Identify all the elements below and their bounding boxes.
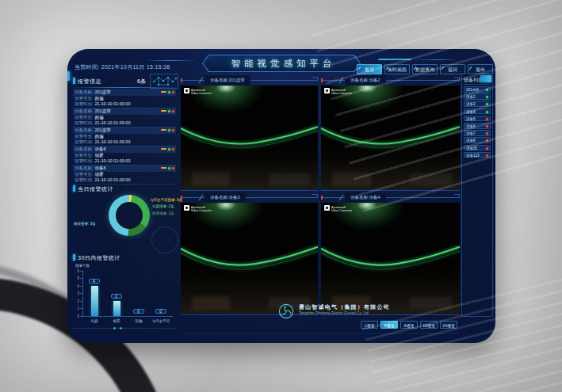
bar-value-badge: 4	[89, 279, 100, 284]
video-feed[interactable]: ApowersoftVideo Converter	[321, 203, 460, 314]
header-deco-line	[147, 60, 196, 61]
device-item[interactable]: 设备7	[464, 130, 491, 136]
online-dot-icon	[168, 110, 170, 112]
video-panel-4[interactable]: 设备名称:设备4 ApowersoftVideo Converter	[321, 192, 460, 315]
channel-9-button[interactable]: 9通道	[400, 321, 418, 329]
desktop-background: 当前时间: 2021年10月11日 15:15:38 智能视觉感知平台 首页 实…	[0, 0, 562, 392]
y-tick: 3	[71, 291, 79, 295]
video-panel-3[interactable]: 设备名称:设备3 ApowersoftVideo Converter	[181, 192, 318, 315]
video-title: 设备名称:201皮带	[205, 75, 250, 86]
device-item[interactable]: 设备3	[464, 101, 491, 107]
device-item[interactable]: 201皮带	[464, 86, 491, 93]
channel-24-button[interactable]: 24通道	[440, 321, 457, 329]
channel-16-button[interactable]: 16通道	[420, 321, 438, 329]
alarm-type-value: 跑偏	[94, 96, 104, 102]
bar-value-badge: 2	[111, 294, 122, 299]
dashboard-window: 当前时间: 2021年10月11日 15:15:38 智能视觉感知平台 首页 实…	[67, 49, 495, 343]
alarm-list-item[interactable]: 设备名称:201皮带 报警类型:跑偏 报警时间:21-10-10 01:00:0…	[73, 89, 176, 108]
watermark-icon	[324, 205, 330, 211]
online-dot-icon	[168, 91, 170, 93]
header-deco-segment	[378, 59, 411, 60]
section-pip	[73, 254, 75, 261]
status-dot-icon	[486, 125, 488, 127]
edge-accent	[67, 71, 70, 81]
device-item[interactable]: 设备6	[464, 123, 491, 129]
status-dot-icon	[486, 132, 488, 135]
alarm-time-label: 报警时间:	[73, 101, 94, 108]
alert-dot-icon	[172, 129, 174, 131]
status-dot-icon	[486, 154, 488, 157]
status-dot-icon	[486, 118, 488, 120]
alarm-level-bar-icon	[161, 91, 166, 93]
watermark: ApowersoftVideo Converter	[184, 88, 220, 97]
video-title: 设备名称:设备3	[205, 192, 246, 203]
y-tick: 4	[71, 284, 79, 288]
company-logo-icon	[278, 303, 294, 319]
alarm-level-bar-icon	[161, 110, 166, 112]
alert-dot-icon	[172, 91, 174, 93]
video-feed[interactable]: ApowersoftVideo Converter	[181, 86, 318, 189]
alarm-list-item[interactable]: 设备名称:设备6 报警类型:烟雾 报警时间:21-10-10 01:00:00	[73, 165, 176, 185]
alarm-level-bar-icon	[161, 167, 166, 169]
alarm-list-item[interactable]: 设备名称:201皮带 报警类型:跑偏 报警时间:21-10-10 01:00:0…	[73, 127, 176, 147]
bar	[91, 286, 98, 316]
video-feed[interactable]: ApowersoftVideo Converter	[321, 86, 460, 189]
bar	[113, 301, 120, 316]
watermark-icon	[184, 88, 189, 93]
status-dot-icon	[486, 96, 488, 98]
alarm-time-value: 21-10-10 01:00:00	[94, 101, 131, 108]
alarm-list-item[interactable]: 设备名称:设备6 报警类型:烟雾 报警时间:21-10-10 01:00:00	[73, 146, 176, 166]
device-item[interactable]: 设备4	[464, 108, 491, 115]
alert-dot-icon	[172, 167, 174, 169]
donut-legend-coal: 堆煤报警: 3条	[74, 222, 96, 226]
alarm-section-title: 报警信息	[78, 78, 101, 86]
monthly-bar-chart: 4 2 0 0	[83, 271, 172, 316]
device-item[interactable]: 设备8	[464, 137, 491, 143]
video-feed[interactable]: ApowersoftVideo Converter	[181, 203, 318, 314]
y-tick: 5	[71, 276, 79, 280]
status-dot-icon	[486, 147, 488, 150]
belt-detection-curve	[181, 86, 318, 189]
alarm-list-item[interactable]: 设备名称:201皮带 报警类型:跑偏 报警时间:21-10-10 01:00:0…	[73, 108, 176, 127]
video-panel-1[interactable]: 设备名称:201皮带 ApowersoftVideo Converter	[181, 75, 318, 191]
device-name-label: 设备名称:	[73, 89, 94, 96]
y-axis-label: 报警个数	[75, 264, 90, 268]
divider	[73, 328, 176, 329]
panel-pip	[181, 78, 182, 82]
watermark-icon	[324, 88, 330, 93]
daily-donut-chart	[109, 195, 150, 236]
monthly-stats-title: 30日内报警统计	[78, 254, 120, 262]
alarm-indicators	[161, 91, 174, 93]
watermark-circle	[151, 226, 178, 253]
status-dot-icon	[486, 89, 488, 91]
video-panel-2[interactable]: 设备名称:设备2 ApowersoftVideo Converter	[321, 75, 460, 191]
nav-live-button[interactable]: 实时画面	[384, 64, 410, 74]
alarm-count-badge: 6条	[137, 78, 146, 86]
channel-1-button[interactable]: 1通道	[361, 321, 378, 329]
device-item[interactable]: 设备5	[464, 116, 491, 122]
belt-detection-curve	[321, 86, 460, 189]
device-search-box[interactable]	[480, 75, 491, 82]
deco-dot	[120, 327, 122, 329]
online-dot-icon	[168, 167, 170, 169]
belt-detection-curve	[321, 203, 460, 314]
device-item[interactable]: 设备123	[464, 152, 491, 158]
video-title: 设备名称:设备4	[345, 192, 386, 203]
bar-value-badge: 0	[133, 309, 144, 314]
status-dot-icon	[486, 103, 488, 105]
alarm-level-bar-icon	[161, 129, 166, 131]
channel-4-button[interactable]: 4通道	[380, 321, 398, 329]
daily-stats-title: 当日报警统计	[78, 185, 113, 193]
alert-dot-icon	[172, 110, 174, 112]
company-name-cn: 唐山智诚电气（集团）有限公司	[299, 303, 390, 311]
status-dot-icon	[486, 139, 488, 142]
device-item[interactable]: 设备55	[464, 145, 491, 151]
bar-value-badge: 0	[155, 309, 166, 314]
section-pip	[73, 78, 75, 84]
nav-query-button[interactable]: 数据查询	[412, 64, 438, 74]
y-tick: 6	[71, 269, 79, 273]
nav-home-button[interactable]: 首页	[357, 64, 382, 74]
divider	[186, 333, 460, 334]
watermark-icon	[184, 205, 189, 211]
device-item[interactable]: 设备2	[464, 93, 491, 100]
